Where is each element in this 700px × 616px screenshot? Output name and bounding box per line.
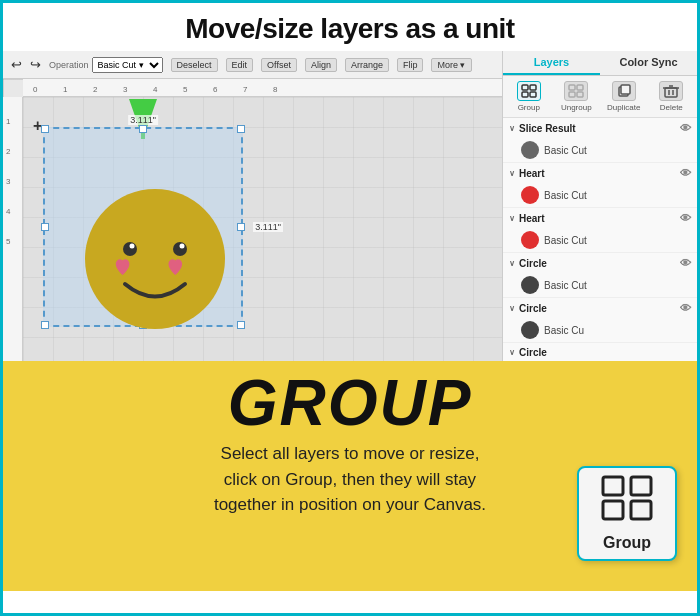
layer-group-circle1: ∨ Circle 👁 Basic Cut: [503, 253, 697, 298]
ungroup-icon: [564, 81, 588, 101]
chevron-slice: ∨: [509, 124, 515, 133]
flip-btn[interactable]: Flip: [397, 58, 424, 72]
redo-btn[interactable]: ↪: [30, 57, 41, 72]
layer-type-heart1: Basic Cut: [544, 190, 587, 201]
eye-circle1[interactable]: 👁: [680, 257, 691, 269]
layers-panel: Layers Color Sync Group: [502, 51, 697, 361]
layer-header-circle1[interactable]: ∨ Circle 👁: [503, 253, 697, 273]
deselect-btn[interactable]: Deselect: [171, 58, 218, 72]
layer-item-heart2-cut[interactable]: Basic Cut: [503, 228, 697, 252]
layers-toolbar: Group Ungroup: [503, 76, 697, 118]
svg-point-5: [130, 244, 135, 249]
layer-group-name-circle2: Circle: [519, 303, 547, 314]
swatch-heart2: [521, 231, 539, 249]
eye-heart2[interactable]: 👁: [680, 212, 691, 224]
handle-tl[interactable]: [41, 125, 49, 133]
duplicate-btn-label: Duplicate: [607, 103, 640, 112]
layer-header-circle2[interactable]: ∨ Circle 👁: [503, 298, 697, 318]
edit-btn[interactable]: Edit: [226, 58, 254, 72]
ruler-left: 1 2 3 4 5: [3, 97, 23, 361]
svg-rect-8: [530, 85, 536, 90]
layer-header-circle3[interactable]: ∨ Circle: [503, 343, 697, 361]
layer-item-circle2-cut[interactable]: Basic Cu: [503, 318, 697, 342]
ruler-mark-4: 4: [153, 85, 157, 94]
svg-rect-25: [631, 501, 651, 519]
duplicate-icon: [612, 81, 636, 101]
arrange-btn[interactable]: Arrange: [345, 58, 389, 72]
svg-rect-10: [530, 92, 536, 97]
chevron-heart1: ∨: [509, 169, 515, 178]
layer-type-heart2: Basic Cut: [544, 235, 587, 246]
page-title: Move/size layers as a unit: [185, 13, 514, 44]
delete-btn[interactable]: Delete: [650, 81, 694, 112]
emoji-face: [75, 179, 235, 339]
layer-header-heart1[interactable]: ∨ Heart 👁: [503, 163, 697, 183]
duplicate-btn[interactable]: Duplicate: [602, 81, 646, 112]
layer-header-slice[interactable]: ∨ Slice Result 👁: [503, 118, 697, 138]
handle-tr[interactable]: [237, 125, 245, 133]
handle-bl[interactable]: [41, 321, 49, 329]
svg-rect-22: [603, 477, 623, 495]
swatch-circle2: [521, 321, 539, 339]
svg-rect-16: [621, 85, 630, 94]
layer-item-heart1-cut[interactable]: Basic Cut: [503, 183, 697, 207]
undo-btn[interactable]: ↩: [11, 57, 22, 72]
ruler-mark-2: 2: [93, 85, 97, 94]
ruler-mark-v-2: 2: [6, 147, 10, 156]
layer-type-circle1: Basic Cut: [544, 280, 587, 291]
canvas-content[interactable]: + 3.111": [23, 97, 502, 361]
handle-br[interactable]: [237, 321, 245, 329]
operation-label: Operation: [49, 60, 89, 70]
layer-type-circle2: Basic Cu: [544, 325, 584, 336]
handle-tm[interactable]: [139, 125, 147, 133]
tab-layers[interactable]: Layers: [503, 51, 600, 75]
offset-btn[interactable]: Offset: [261, 58, 297, 72]
layer-group-name-heart2: Heart: [519, 213, 545, 224]
handle-ml[interactable]: [41, 223, 49, 231]
toolbar-strip: ↩ ↪ Operation Basic Cut ▾ Deselect Edit …: [3, 51, 502, 79]
ruler-mark-v-4: 4: [6, 207, 10, 216]
ruler-mark-5: 5: [183, 85, 187, 94]
eye-circle2[interactable]: 👁: [680, 302, 691, 314]
layer-group-heart2: ∨ Heart 👁 Basic Cut: [503, 208, 697, 253]
layer-item-circle1-cut[interactable]: Basic Cut: [503, 273, 697, 297]
layer-group-slice: ∨ Slice Result 👁 Basic Cut: [503, 118, 697, 163]
title-bar: Move/size layers as a unit: [3, 3, 697, 51]
eye-heart1[interactable]: 👁: [680, 167, 691, 179]
swatch-slice: [521, 141, 539, 159]
canvas-area[interactable]: 0 1 2 3 4 5 6 7 8 1 2 3 4 5 +: [3, 79, 502, 361]
more-btn[interactable]: More ▾: [431, 58, 471, 72]
ruler-top: 0 1 2 3 4 5 6 7 8: [23, 79, 502, 97]
svg-rect-23: [631, 477, 651, 495]
layer-group-heart1: ∨ Heart 👁 Basic Cut: [503, 163, 697, 208]
group-overlay-label: Group: [603, 534, 651, 552]
group-overlay-icon: [601, 475, 653, 530]
operation-group: Operation Basic Cut ▾: [49, 57, 163, 73]
group-btn-label: Group: [518, 103, 540, 112]
selection-box[interactable]: 3.111" 3.111": [43, 127, 243, 327]
operation-select[interactable]: Basic Cut ▾: [92, 57, 163, 73]
eye-slice[interactable]: 👁: [680, 122, 691, 134]
ungroup-btn[interactable]: Ungroup: [555, 81, 599, 112]
svg-rect-12: [577, 85, 583, 90]
chevron-circle3: ∨: [509, 348, 515, 357]
handle-mr[interactable]: [237, 223, 245, 231]
tab-colorsync[interactable]: Color Sync: [600, 51, 697, 75]
layer-header-heart2[interactable]: ∨ Heart 👁: [503, 208, 697, 228]
ruler-mark-v-5: 5: [6, 237, 10, 246]
ungroup-btn-label: Ungroup: [561, 103, 592, 112]
delete-btn-label: Delete: [660, 103, 683, 112]
delete-icon: [659, 81, 683, 101]
group-button-overlay[interactable]: Group: [577, 466, 677, 561]
align-btn[interactable]: Align: [305, 58, 337, 72]
ruler-mark-7: 7: [243, 85, 247, 94]
svg-point-4: [173, 242, 187, 256]
group-btn[interactable]: Group: [507, 81, 551, 112]
dim-label-top: 3.111": [128, 115, 158, 125]
svg-rect-17: [665, 88, 677, 97]
layer-group-circle2: ∨ Circle 👁 Basic Cu: [503, 298, 697, 343]
chevron-heart2: ∨: [509, 214, 515, 223]
layer-item-slice-cut[interactable]: Basic Cut: [503, 138, 697, 162]
group-description: Select all layers to move or resize, cli…: [214, 441, 486, 518]
layer-group-circle3: ∨ Circle Basic C: [503, 343, 697, 361]
